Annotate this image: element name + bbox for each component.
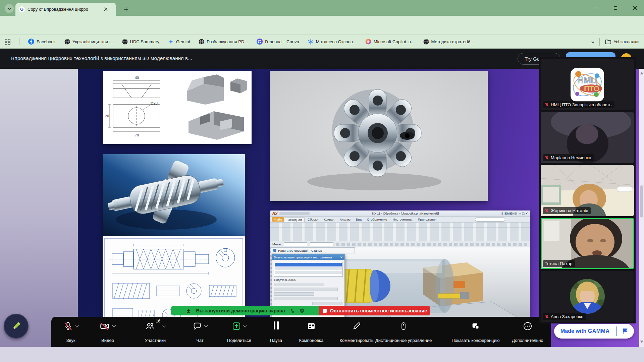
browser-titlebar: G Copy of Впровадження цифро [0,0,644,16]
participant-tile-tetiana-active-speaker[interactable]: Тетяна Пахар [541,218,634,269]
zoom-chat-button[interactable]: Чат [185,320,215,344]
chevron-down-icon[interactable] [112,323,116,327]
globe-icon [199,39,204,45]
window-restore-button[interactable] [607,0,624,16]
bookmarks-overflow-button[interactable]: » [591,39,594,45]
metal-hub-render [270,71,488,201]
window-minimize-button[interactable] [588,0,604,16]
browser-toolbar: gamma.app/docs/Copy-of-3D--bn8tqi9d4ivk2… [0,16,644,35]
nx-feed-value: Подача 0.00000 [274,278,342,282]
window-close-button[interactable] [627,0,643,16]
scrollbar-thumb[interactable] [640,185,643,218]
zoom-audio-button[interactable]: Звук [54,320,88,344]
participant-tile-nmc-pto[interactable]: НМЦ ПТО НМЦ ПТО Запорізька область [541,59,634,110]
nx-dialog-close-icon: ✕ [340,255,343,259]
nx-tab: Отображение [365,217,389,222]
made-with-gamma-badge[interactable]: Made with GAMMA [554,324,634,339]
plus-icon [124,7,128,12]
bookmark-rozblokuvannia[interactable]: Розблокування PD... [199,39,248,45]
snowflake-icon [308,39,314,45]
nx-window-title: NX 11 - Обработка - [obrabotka.prt (Изме… [312,212,499,215]
tab-close-icon[interactable] [104,7,108,11]
zoom-meeting-toolbar: Звук Видео 16 Участники Ча [51,317,551,347]
nx-tab: Анализ [337,217,353,222]
bookmark-copilot[interactable]: Microsoft Copilot: в... [365,39,415,45]
screen-share-status-banner: Вы запустили демонстрацию экрана [171,306,319,315]
report-flag-button[interactable] [616,328,634,334]
zoom-pause-button[interactable]: Пауза [264,320,288,344]
nx-tab-home: Исходная [285,217,305,222]
close-icon [633,6,637,10]
bookmark-udc-summary[interactable]: UDC Summary [122,39,159,45]
all-bookmarks-button[interactable]: Усі закладки [605,39,639,44]
zoom-participants-button[interactable]: 16 Участники [132,320,179,344]
stop-icon [323,309,327,313]
chevron-down-icon[interactable] [204,323,208,327]
bookmark-canva[interactable]: Головна – Canva [257,39,299,45]
participant-tile-marianna[interactable]: Маріанна Немченко [541,112,634,163]
nx-utility-toolbar: Меню [270,241,530,247]
show-meeting-icon [471,321,480,331]
canva-icon [257,39,263,45]
layout-icon [307,321,316,331]
mic-muted-icon [545,156,549,160]
nx-dialog-title: Визуализация траектории инструмента [274,255,332,259]
camera-muted-icon [100,321,110,331]
zoom-share-button[interactable]: Поделиться [219,320,259,344]
nx-dropdown [284,242,307,246]
nx-tab-file: Файл [272,217,284,222]
chevron-down-icon[interactable] [243,323,247,327]
zoom-remote-control-button[interactable]: Дистанционное управление [365,320,442,344]
pencil-icon [352,321,361,331]
bookmarks-separator [19,38,19,45]
svg-text:Ø28: Ø28 [151,101,158,105]
bookmark-facebook[interactable]: Facebook [28,39,56,45]
bookmark-gemini[interactable]: Gemini [168,39,190,45]
doc-image-metal-hub-render[interactable] [270,71,488,201]
globe-icon [64,39,70,45]
new-tab-button[interactable] [121,5,131,14]
zoom-video-button[interactable]: Видео [91,320,124,344]
bookmark-metodyka[interactable]: Методика стратегій... [423,39,474,45]
facebook-icon [28,39,34,45]
bookmark-ukrzaliznytsia[interactable]: Укрзалізниця: квит... [64,39,113,45]
mic-muted-icon [63,321,73,331]
folder-icon [605,39,611,44]
tab-search-button[interactable] [5,4,14,13]
doc-image-bracket-drawing[interactable]: 40 20 70 Ø28 [103,71,252,144]
share-screen-arrow-icon [186,308,191,313]
scrollbar-down-arrow[interactable] [640,341,643,343]
globe-icon [423,39,429,45]
mic-muted-icon [290,308,295,313]
nx-dialog-list [274,262,343,277]
security-shield-icon [300,308,305,313]
nx-ribbon-tabs: Файл Исходная Сборки Кривая Анализ Вид О… [270,217,530,223]
doc-image-worm-gears-render[interactable] [103,154,245,236]
nx-logo: NX [272,212,277,216]
nx-tab: Инструменты [390,217,415,222]
nx-menu-button: Меню [272,242,281,246]
browser-tab[interactable]: G Copy of Впровадження цифро [15,3,116,16]
scrollbar-up-arrow[interactable] [640,72,643,74]
page-scrollbar[interactable] [639,69,644,347]
doc-title: Впровадження цифрових технологій з викор… [11,55,192,61]
bookmark-matiasheva[interactable]: Матяшева Оксана... [308,39,357,45]
bookmarks-right: » Усі закладки [591,35,639,49]
windows-taskbar: 13°C Mostly sunny Пошук [0,347,644,362]
chevron-down-icon[interactable] [162,323,166,327]
zoom-more-button[interactable]: Дополнительно [506,320,549,344]
flag-icon [623,328,628,334]
nx-quick-access-toolbar [279,212,310,215]
participant-tile-zharykova[interactable]: Жарикова Наталія [541,165,634,216]
apps-grid-icon[interactable] [5,39,10,45]
participant-tile-anna[interactable]: Анна Захаренко [541,271,634,322]
zoom-layout-button[interactable]: Компоновка [291,320,331,344]
chevron-down-icon[interactable] [75,323,78,327]
zoom-show-meeting-button[interactable]: Показать конференцию [437,320,514,344]
annotation-pen-button[interactable] [4,314,29,339]
mic-muted-icon [545,314,549,319]
screen: G Copy of Впровадження цифро gamma.app/d… [0,0,644,362]
participant-nametag: Анна Захаренко [543,313,586,320]
stop-sharing-button[interactable]: Остановить совместное использование [319,306,430,315]
svg-text:70: 70 [135,133,139,137]
